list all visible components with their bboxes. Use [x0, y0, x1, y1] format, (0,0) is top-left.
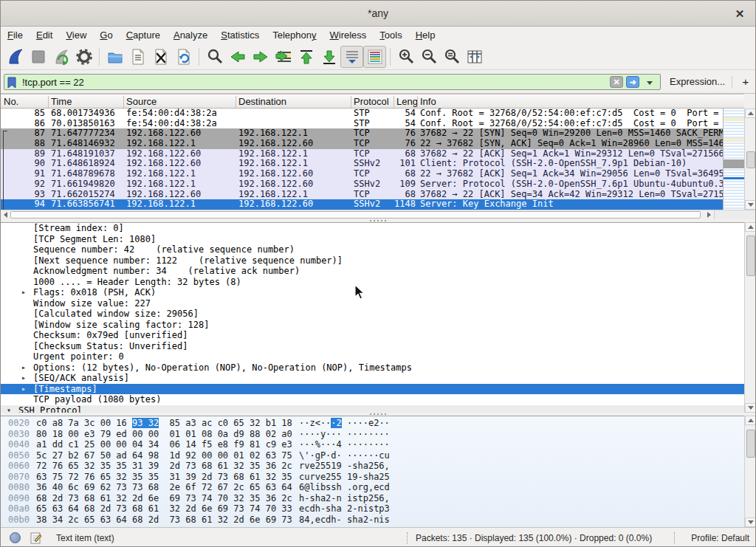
column-separator[interactable] [394, 96, 394, 108]
detail-row[interactable]: Window size value: 227 [1, 298, 744, 309]
column-header-no[interactable]: No. [4, 96, 18, 107]
scroll-right-icon[interactable] [704, 210, 714, 219]
menu-item-go[interactable]: Go [93, 27, 119, 44]
menu-item-wireless[interactable]: Wireless [323, 27, 374, 44]
scroll-down-icon[interactable] [745, 517, 756, 527]
detail-row[interactable]: [Stream index: 0] [1, 223, 744, 234]
hex-row[interactable]: 003080 18 00 e3 79 ed 00 00 01 01 08 0a … [1, 429, 744, 440]
filter-clear-button[interactable]: ✕ [610, 76, 623, 88]
scrollbar-thumb[interactable] [746, 151, 755, 168]
detail-row[interactable]: ▸[SEQ/ACK analysis] [1, 373, 744, 384]
column-header-protocol[interactable]: Protocol [354, 96, 389, 107]
go-to-packet-button[interactable] [272, 46, 295, 68]
close-icon[interactable]: ✕ [732, 6, 748, 22]
save-file-button[interactable] [126, 46, 149, 68]
resize-columns-button[interactable] [463, 46, 486, 68]
menu-item-file[interactable]: File [1, 27, 30, 44]
detail-row[interactable]: Urgent pointer: 0 [1, 351, 744, 362]
column-header-info[interactable]: Info [420, 96, 436, 107]
hex-row[interactable]: 007063 75 72 76 65 32 35 35 31 39 2d 73 … [1, 472, 744, 483]
detail-row[interactable]: [Checksum Status: Unverified] [1, 341, 744, 352]
packet-row[interactable]: 9371.662015274192.168.122.60192.168.122.… [1, 190, 723, 200]
detail-row[interactable]: Sequence number: 42 (relative sequence n… [1, 244, 744, 255]
close-file-button[interactable] [149, 46, 172, 68]
start-capture-button[interactable] [4, 46, 27, 68]
scroll-up-icon[interactable] [745, 416, 756, 425]
detail-row[interactable]: [TCP Segment Len: 1080] [1, 234, 744, 245]
packet-list[interactable]: 8568.001734936fe:54:00:d4:38:2aSTP54Conf… [1, 109, 723, 210]
packet-list-minimap[interactable] [723, 109, 744, 210]
detail-row[interactable]: TCP payload (1080 bytes) [1, 394, 744, 405]
capture-comment-icon[interactable] [30, 531, 42, 545]
packet-row[interactable]: 8871.648146932192.168.122.1192.168.122.6… [1, 139, 723, 149]
go-forward-button[interactable] [249, 46, 272, 68]
column-separator[interactable] [417, 96, 418, 108]
restart-capture-button[interactable] [49, 46, 72, 68]
capture-options-button[interactable] [72, 46, 95, 68]
open-file-button[interactable] [103, 46, 126, 68]
hex-row[interactable]: 00a065 63 64 68 2d 73 68 61 32 2d 6e 69 … [1, 503, 744, 515]
packet-list-scrollbar[interactable] [744, 109, 756, 210]
column-header-time[interactable]: Time [51, 96, 72, 107]
column-header-source[interactable]: Source [126, 96, 157, 107]
menu-item-edit[interactable]: Edit [30, 27, 59, 44]
hex-row[interactable]: 0020c0 a8 7a 3c 00 16 93 32 85 a3 ac c0 … [1, 418, 744, 429]
go-back-button[interactable] [226, 46, 249, 68]
packet-details-pane[interactable]: [Stream index: 0][TCP Segment Len: 1080]… [1, 222, 744, 413]
menu-item-capture[interactable]: Capture [120, 27, 167, 44]
add-filter-button[interactable]: + [739, 74, 752, 90]
packet-row[interactable]: 9071.648618924192.168.122.60192.168.122.… [1, 159, 723, 169]
go-to-last-button[interactable] [317, 46, 340, 68]
hex-row[interactable]: 00505c 27 b2 67 50 ad 64 98 1d 92 00 00 … [1, 450, 744, 461]
zoom-original-button[interactable] [440, 46, 463, 68]
packet-row[interactable]: 8568.001734936fe:54:00:d4:38:2aSTP54Conf… [1, 109, 723, 119]
column-separator[interactable] [236, 96, 236, 108]
find-packet-button[interactable] [203, 46, 226, 68]
hex-row[interactable]: 009068 2d 73 68 61 32 2d 6e 69 73 74 70 … [1, 493, 744, 504]
display-filter-input[interactable] [21, 75, 434, 89]
packet-row[interactable]: 9271.661949820192.168.122.1192.168.122.6… [1, 179, 723, 190]
reload-file-button[interactable] [172, 46, 195, 68]
scroll-up-icon[interactable] [745, 109, 756, 118]
auto-scroll-toggle[interactable] [340, 46, 363, 68]
go-to-first-button[interactable] [295, 46, 317, 68]
detail-row[interactable]: ▸Flags: 0x018 (PSH, ACK) [1, 287, 744, 298]
column-separator[interactable] [123, 96, 124, 108]
detail-row[interactable]: [Window size scaling factor: 128] [1, 320, 744, 331]
menu-item-view[interactable]: View [59, 27, 93, 44]
zoom-in-button[interactable] [394, 46, 417, 68]
stop-capture-button[interactable] [27, 46, 49, 68]
menu-item-tools[interactable]: Tools [373, 27, 408, 44]
scroll-down-icon[interactable] [745, 403, 756, 413]
menu-item-telephony[interactable]: Telephony [266, 27, 323, 44]
packet-row[interactable]: 9171.648789678192.168.122.1192.168.122.6… [1, 169, 723, 179]
packet-row[interactable]: 8670.013850163fe:54:00:d4:38:2aSTP54Conf… [1, 119, 723, 129]
scrollbar-thumb[interactable] [746, 235, 755, 276]
detail-row[interactable]: 1000 .... = Header Length: 32 bytes (8) [1, 277, 744, 288]
detail-row[interactable]: ▾SSH Protocol [1, 405, 744, 413]
hex-row[interactable]: 008036 40 6c 69 62 73 73 68 2e 6f 72 67 … [1, 482, 744, 493]
detail-row[interactable]: [Calculated window size: 29056] [1, 309, 744, 320]
expert-info-icon[interactable] [10, 532, 21, 543]
menu-item-help[interactable]: Help [409, 27, 442, 44]
details-scrollbar[interactable] [744, 222, 756, 413]
scroll-up-icon[interactable] [745, 222, 756, 232]
scroll-left-icon[interactable] [1, 210, 10, 219]
zoom-out-button[interactable] [417, 46, 440, 68]
column-separator[interactable] [48, 96, 49, 108]
scrollbar-thumb[interactable] [10, 211, 701, 219]
menu-item-statistics[interactable]: Statistics [214, 27, 266, 44]
scrollbar-thumb[interactable] [746, 430, 755, 458]
column-header-length[interactable]: Length [396, 96, 418, 107]
detail-row[interactable]: Acknowledgment number: 34 (relative ack … [1, 266, 744, 277]
hex-scrollbar[interactable] [744, 416, 756, 527]
colorize-toggle[interactable] [363, 46, 386, 68]
horizontal-scrollbar[interactable] [1, 210, 714, 219]
expression-button[interactable]: Expression... [670, 76, 725, 87]
detail-row[interactable]: Checksum: 0x79ed [unverified] [1, 330, 744, 341]
hex-row[interactable]: 00b038 34 2c 65 63 64 68 2d 73 68 61 32 … [1, 515, 744, 526]
column-separator[interactable] [351, 96, 351, 108]
packet-row[interactable]: 8771.647777234192.168.122.60192.168.122.… [1, 128, 723, 139]
packet-row[interactable]: 9471.663856741192.168.122.1192.168.122.6… [1, 199, 723, 210]
scroll-down-icon[interactable] [745, 200, 756, 210]
